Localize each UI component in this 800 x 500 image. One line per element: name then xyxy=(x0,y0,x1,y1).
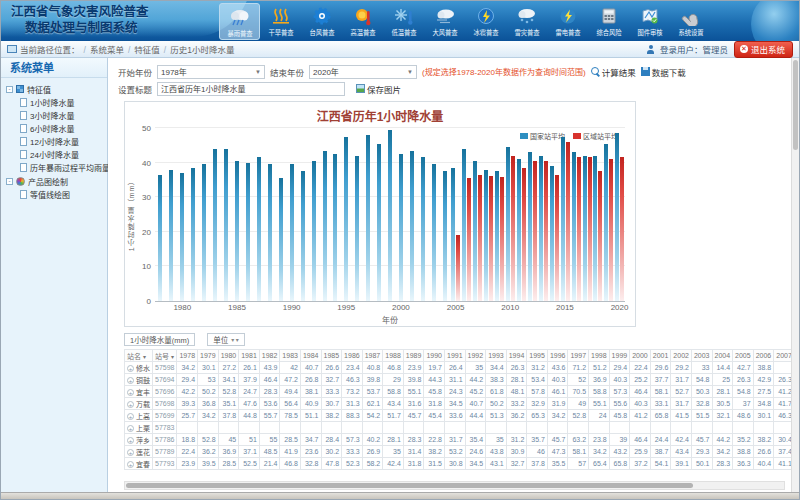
col-header-id[interactable]: 站号 ▾ xyxy=(153,350,177,362)
bar-regional-2016[interactable] xyxy=(577,157,581,301)
toolbar-item-9[interactable]: 雷电普查 xyxy=(547,3,588,40)
bar-national-1989[interactable] xyxy=(279,178,283,301)
bar-national-2006[interactable] xyxy=(462,149,466,301)
col-header-year[interactable]: 2003 xyxy=(691,350,712,362)
bar-national-2014[interactable] xyxy=(550,166,554,301)
bar-regional-2008[interactable] xyxy=(489,176,493,301)
calculate-button[interactable]: 计算结果 xyxy=(591,66,636,78)
vertical-scrollbar[interactable] xyxy=(791,58,799,492)
breadcrumb-segment[interactable]: 历史1小时降水量 xyxy=(170,45,234,55)
unit-filter-dropdown[interactable]: 单位 ▾ ▾ xyxy=(207,333,245,346)
bar-national-1999[interactable] xyxy=(388,130,392,301)
bar-national-1997[interactable] xyxy=(366,135,370,301)
col-header-year[interactable]: 1996 xyxy=(547,350,568,362)
bar-national-2000[interactable] xyxy=(399,154,403,301)
bar-national-1990[interactable] xyxy=(290,164,294,301)
bar-national-1981[interactable] xyxy=(191,168,195,301)
table-row[interactable]: +宜丰 5769642.250.252.824.728.349.438.133.… xyxy=(125,386,792,398)
unit-box[interactable]: 1小时降水量(mm) xyxy=(124,333,195,346)
bar-national-1982[interactable] xyxy=(202,164,206,301)
expand-row-icon[interactable]: + xyxy=(127,401,134,408)
breadcrumb-segment[interactable]: 系统菜单 xyxy=(90,45,124,55)
bar-national-1980[interactable] xyxy=(180,173,184,301)
tree-collapse-toggle[interactable]: - xyxy=(6,178,13,185)
bar-regional-2012[interactable] xyxy=(533,161,537,301)
bar-regional-2011[interactable] xyxy=(522,168,526,301)
toolbar-item-7[interactable]: 冰雹普查 xyxy=(465,3,506,40)
col-header-year[interactable]: 2006 xyxy=(753,350,774,362)
tree-leaf[interactable]: 3小时降水量 xyxy=(20,109,105,122)
bar-national-1995[interactable] xyxy=(344,137,348,301)
bar-regional-2014[interactable] xyxy=(555,175,559,301)
expand-row-icon[interactable]: + xyxy=(127,365,134,372)
tree-collapse-toggle[interactable]: - xyxy=(6,86,13,93)
col-header-year[interactable]: 1985 xyxy=(321,350,342,362)
tree-leaf[interactable]: 历年暴雨过程平均雨量 xyxy=(20,161,105,174)
col-header-year[interactable]: 1982 xyxy=(259,350,280,362)
col-header-year[interactable]: 2002 xyxy=(671,350,692,362)
bar-national-2010[interactable] xyxy=(506,147,510,301)
bar-regional-2009[interactable] xyxy=(500,177,504,301)
col-header-year[interactable]: 1983 xyxy=(280,350,301,362)
bar-regional-2013[interactable] xyxy=(544,161,548,301)
hscroll-thumb[interactable] xyxy=(126,483,693,488)
table-row[interactable]: +万载 5769839.336.835.147.653.656.440.930.… xyxy=(125,398,792,410)
bar-national-2015[interactable] xyxy=(561,137,565,301)
col-header-year[interactable]: 1992 xyxy=(465,350,486,362)
bar-regional-2006[interactable] xyxy=(467,178,471,301)
bar-national-2007[interactable] xyxy=(473,161,477,301)
bar-national-1987[interactable] xyxy=(257,157,261,301)
col-header-year[interactable]: 1997 xyxy=(568,350,589,362)
col-header-year[interactable]: 2004 xyxy=(712,350,733,362)
download-button[interactable]: 数据下载 xyxy=(641,66,686,78)
col-header-year[interactable]: 1995 xyxy=(527,350,548,362)
col-header-year[interactable]: 2005 xyxy=(733,350,754,362)
bar-regional-2017[interactable] xyxy=(588,157,592,301)
col-header-year[interactable]: 2007 xyxy=(774,350,791,362)
bar-national-2002[interactable] xyxy=(421,157,425,301)
col-header-year[interactable]: 1988 xyxy=(383,350,404,362)
bar-national-2013[interactable] xyxy=(539,156,543,301)
expand-row-icon[interactable]: + xyxy=(127,377,134,384)
col-header-year[interactable]: 1986 xyxy=(342,350,363,362)
bar-national-2003[interactable] xyxy=(432,164,436,301)
col-header-year[interactable]: 1978 xyxy=(177,350,198,362)
toolbar-item-6[interactable]: 大风普查 xyxy=(424,3,465,40)
bar-national-1979[interactable] xyxy=(169,170,173,301)
bar-national-1986[interactable] xyxy=(246,163,250,301)
bar-national-1985[interactable] xyxy=(235,161,239,301)
col-header-year[interactable]: 1994 xyxy=(506,350,527,362)
vscroll-thumb[interactable] xyxy=(793,60,798,150)
bar-national-1996[interactable] xyxy=(355,156,359,301)
bar-national-1983[interactable] xyxy=(213,149,217,301)
col-header-year[interactable]: 1990 xyxy=(424,350,445,362)
col-header-year[interactable]: 1984 xyxy=(300,350,321,362)
breadcrumb-segment[interactable]: 特征值 xyxy=(134,45,160,55)
expand-row-icon[interactable]: + xyxy=(127,425,134,432)
expand-row-icon[interactable]: + xyxy=(127,389,134,396)
toolbar-item-5[interactable]: 低温普查 xyxy=(383,3,424,40)
col-header-year[interactable]: 1991 xyxy=(444,350,465,362)
bar-regional-2007[interactable] xyxy=(478,175,482,301)
bar-national-1991[interactable] xyxy=(301,171,305,301)
bar-regional-2015[interactable] xyxy=(566,142,570,301)
horizontal-scrollbar[interactable] xyxy=(124,481,785,490)
toolbar-item-1[interactable]: 暴雨普查 xyxy=(219,3,260,40)
table-row[interactable]: +铜鼓 5769429.45334.137.946.447.226.832.74… xyxy=(125,374,792,386)
toolbar-item-12[interactable]: 系统设置 xyxy=(670,3,711,40)
bar-national-2020[interactable] xyxy=(615,133,619,301)
bar-national-2018[interactable] xyxy=(593,156,597,301)
toolbar-item-4[interactable]: 高温普查 xyxy=(342,3,383,40)
tree-leaf[interactable]: 24小时降水量 xyxy=(20,148,105,161)
bar-regional-2018[interactable] xyxy=(598,171,602,301)
col-header-year[interactable]: 1999 xyxy=(609,350,630,362)
bar-national-2008[interactable] xyxy=(484,170,488,301)
bar-national-2012[interactable] xyxy=(528,152,532,301)
bar-regional-2010[interactable] xyxy=(511,156,515,301)
col-header-year[interactable]: 2001 xyxy=(650,350,671,362)
table-row[interactable]: +莲花 5778922.436.236.937.148.541.923.630.… xyxy=(125,446,792,458)
table-row[interactable]: +宜春 5779323.939.528.552.521.446.832.847.… xyxy=(125,458,792,470)
col-header-year[interactable]: 1981 xyxy=(239,350,260,362)
bar-national-1998[interactable] xyxy=(377,144,381,301)
tree-node-2[interactable]: - 产品图绘制 xyxy=(6,174,105,188)
